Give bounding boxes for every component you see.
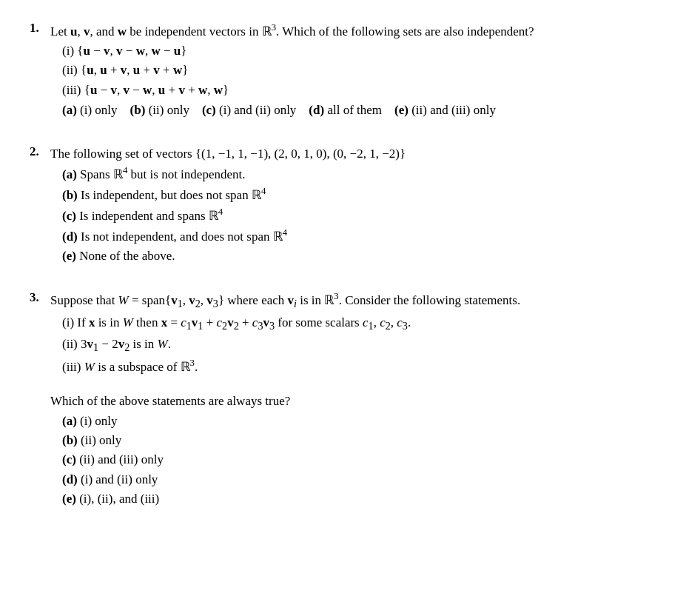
question-1: 1. Let u, v, and w be independent vector…	[30, 21, 656, 121]
question-3-answer-d: (d) (i) and (ii) only	[50, 470, 656, 489]
question-1-number: 1.	[30, 21, 50, 36]
question-1-body: Let u, v, and w be independent vectors i…	[50, 21, 656, 121]
question-3-statement-i: (i) If x is in W then x = c1v1 + c2v2 + …	[50, 313, 656, 335]
question-2-answer-c: (c) Is independent and spans ℝ4	[50, 205, 656, 226]
question-3-answer-a: (a) (i) only	[50, 412, 656, 431]
question-2-body: The following set of vectors {(1, −1, 1,…	[50, 144, 656, 267]
question-2-answer-a: (a) Spans ℝ4 but is not independent.	[50, 164, 656, 184]
question-3-answer-c: (c) (ii) and (iii) only	[50, 450, 656, 469]
question-3-text: Suppose that W = span{v1, v2, v3} where …	[50, 293, 520, 307]
question-3-answer-b: (b) (ii) only	[50, 431, 656, 450]
question-3-number: 3.	[30, 290, 50, 305]
question-2-number: 2.	[30, 144, 50, 159]
question-1-answers: (a) (i) only (b) (ii) only (c) (i) and (…	[50, 100, 656, 121]
question-2-answer-d: (d) Is not independent, and does not spa…	[50, 226, 656, 247]
question-3-sub-question: Which of the above statements are always…	[50, 394, 290, 408]
question-2-answer-b: (b) Is independent, but does not span ℝ4	[50, 184, 656, 205]
question-3-statement-ii: (ii) 3v1 − 2v2 is in W.	[50, 335, 656, 356]
question-3-statement-iii: (iii) W is a subspace of ℝ3.	[50, 356, 656, 377]
question-1-part-i: (i) {u − v, v − w, w − u}	[50, 41, 656, 61]
question-3-body: Suppose that W = span{v1, v2, v3} where …	[50, 290, 656, 509]
question-1-part-ii: (ii) {u, u + v, u + v + w}	[50, 61, 656, 80]
question-3: 3. Suppose that W = span{v1, v2, v3} whe…	[30, 290, 656, 509]
question-1-text: Let u, v, and w be independent vectors i…	[50, 24, 534, 38]
question-2-text: The following set of vectors {(1, −1, 1,…	[50, 147, 406, 161]
question-2-answer-e: (e) None of the above.	[50, 247, 656, 266]
question-3-answer-e: (e) (i), (ii), and (iii)	[50, 489, 656, 509]
question-2: 2. The following set of vectors {(1, −1,…	[30, 144, 656, 267]
question-1-part-iii: (iii) {u − v, v − w, u + v + w, w}	[50, 81, 656, 100]
